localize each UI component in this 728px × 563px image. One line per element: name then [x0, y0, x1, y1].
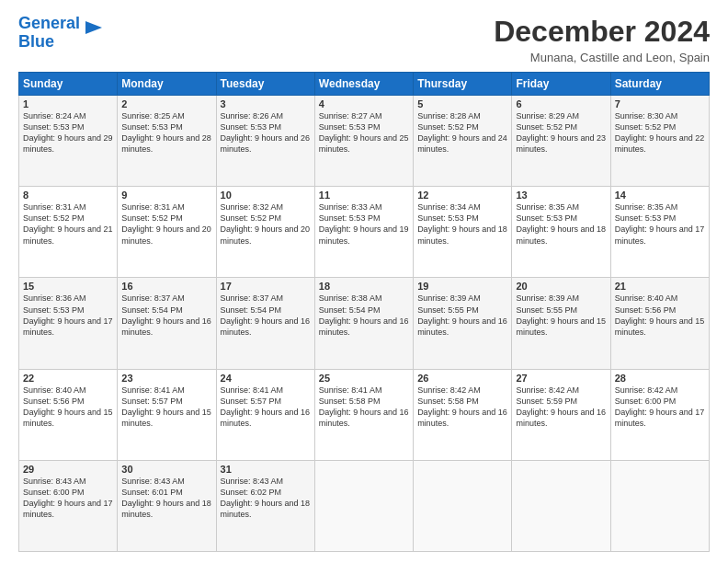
- cell-info: Sunrise: 8:39 AMSunset: 5:55 PMDaylight:…: [516, 293, 606, 336]
- table-row: 29Sunrise: 8:43 AMSunset: 6:00 PMDayligh…: [19, 460, 710, 551]
- table-cell: 10Sunrise: 8:32 AMSunset: 5:52 PMDayligh…: [216, 187, 314, 278]
- table-cell: 7Sunrise: 8:30 AMSunset: 5:52 PMDaylight…: [610, 96, 709, 187]
- day-number: 27: [516, 373, 606, 384]
- cell-info: Sunrise: 8:25 AMSunset: 5:53 PMDaylight:…: [121, 111, 211, 154]
- day-number: 13: [516, 190, 606, 201]
- day-number: 26: [417, 373, 507, 384]
- cell-info: Sunrise: 8:40 AMSunset: 5:56 PMDaylight:…: [615, 293, 705, 336]
- day-number: 29: [23, 464, 113, 475]
- table-cell: 25Sunrise: 8:41 AMSunset: 5:58 PMDayligh…: [314, 369, 413, 460]
- calendar-table: Sunday Monday Tuesday Wednesday Thursday…: [18, 72, 710, 552]
- day-number: 31: [221, 464, 311, 475]
- table-cell: 3Sunrise: 8:26 AMSunset: 5:53 PMDaylight…: [216, 96, 314, 187]
- day-number: 7: [615, 98, 705, 109]
- day-number: 19: [417, 281, 507, 292]
- day-number: 28: [615, 373, 705, 384]
- table-cell: 23Sunrise: 8:41 AMSunset: 5:57 PMDayligh…: [118, 369, 216, 460]
- table-cell: 13Sunrise: 8:35 AMSunset: 5:53 PMDayligh…: [512, 187, 610, 278]
- day-number: 24: [221, 373, 311, 384]
- day-number: 21: [615, 281, 705, 292]
- cell-info: Sunrise: 8:24 AMSunset: 5:53 PMDaylight:…: [23, 111, 113, 154]
- day-number: 23: [121, 373, 211, 384]
- table-cell: 29Sunrise: 8:43 AMSunset: 6:00 PMDayligh…: [19, 460, 118, 551]
- table-cell: 8Sunrise: 8:31 AMSunset: 5:52 PMDaylight…: [19, 187, 118, 278]
- day-number: 4: [319, 98, 409, 109]
- cell-info: Sunrise: 8:39 AMSunset: 5:55 PMDaylight:…: [417, 293, 507, 336]
- table-row: 15Sunrise: 8:36 AMSunset: 5:53 PMDayligh…: [19, 278, 710, 369]
- table-row: 1Sunrise: 8:24 AMSunset: 5:53 PMDaylight…: [19, 96, 710, 187]
- logo: General Blue: [18, 15, 104, 52]
- table-cell: 12Sunrise: 8:34 AMSunset: 5:53 PMDayligh…: [414, 187, 512, 278]
- day-number: 30: [121, 464, 211, 475]
- location: Munana, Castille and Leon, Spain: [494, 51, 710, 64]
- table-cell: 26Sunrise: 8:42 AMSunset: 5:58 PMDayligh…: [414, 369, 512, 460]
- svg-marker-0: [85, 21, 102, 34]
- day-number: 20: [516, 281, 606, 292]
- cell-info: Sunrise: 8:41 AMSunset: 5:58 PMDaylight:…: [319, 385, 409, 428]
- title-block: December 2024 Munana, Castille and Leon,…: [494, 15, 710, 64]
- calendar-header-row: Sunday Monday Tuesday Wednesday Thursday…: [19, 73, 710, 96]
- table-cell: 4Sunrise: 8:27 AMSunset: 5:53 PMDaylight…: [314, 96, 413, 187]
- header-monday: Monday: [118, 73, 216, 96]
- table-cell: 6Sunrise: 8:29 AMSunset: 5:52 PMDaylight…: [512, 96, 610, 187]
- logo-general: General: [18, 14, 80, 32]
- table-cell: 27Sunrise: 8:42 AMSunset: 5:59 PMDayligh…: [512, 369, 610, 460]
- header-sunday: Sunday: [19, 73, 118, 96]
- table-cell: 14Sunrise: 8:35 AMSunset: 5:53 PMDayligh…: [610, 187, 709, 278]
- day-number: 22: [23, 373, 113, 384]
- cell-info: Sunrise: 8:35 AMSunset: 5:53 PMDaylight:…: [516, 202, 606, 245]
- day-number: 11: [319, 190, 409, 201]
- day-number: 3: [221, 98, 311, 109]
- cell-info: Sunrise: 8:41 AMSunset: 5:57 PMDaylight:…: [121, 385, 211, 428]
- table-cell: [512, 460, 610, 551]
- cell-info: Sunrise: 8:42 AMSunset: 6:00 PMDaylight:…: [615, 385, 705, 428]
- table-cell: 5Sunrise: 8:28 AMSunset: 5:52 PMDaylight…: [414, 96, 512, 187]
- table-row: 8Sunrise: 8:31 AMSunset: 5:52 PMDaylight…: [19, 187, 710, 278]
- cell-info: Sunrise: 8:35 AMSunset: 5:53 PMDaylight:…: [615, 202, 705, 245]
- logo-blue: Blue: [18, 32, 54, 51]
- day-number: 8: [23, 190, 113, 201]
- cell-info: Sunrise: 8:34 AMSunset: 5:53 PMDaylight:…: [417, 202, 507, 245]
- table-cell: 17Sunrise: 8:37 AMSunset: 5:54 PMDayligh…: [216, 278, 314, 369]
- table-cell: 2Sunrise: 8:25 AMSunset: 5:53 PMDaylight…: [118, 96, 216, 187]
- day-number: 17: [221, 281, 311, 292]
- cell-info: Sunrise: 8:28 AMSunset: 5:52 PMDaylight:…: [417, 111, 507, 154]
- cell-info: Sunrise: 8:43 AMSunset: 6:01 PMDaylight:…: [121, 477, 211, 519]
- cell-info: Sunrise: 8:30 AMSunset: 5:52 PMDaylight:…: [615, 111, 705, 154]
- header-friday: Friday: [512, 73, 610, 96]
- cell-info: Sunrise: 8:32 AMSunset: 5:52 PMDaylight:…: [221, 202, 311, 245]
- cell-info: Sunrise: 8:43 AMSunset: 6:00 PMDaylight:…: [23, 477, 113, 519]
- table-cell: 31Sunrise: 8:43 AMSunset: 6:02 PMDayligh…: [216, 460, 314, 551]
- table-cell: 30Sunrise: 8:43 AMSunset: 6:01 PMDayligh…: [118, 460, 216, 551]
- day-number: 6: [516, 98, 606, 109]
- cell-info: Sunrise: 8:40 AMSunset: 5:56 PMDaylight:…: [23, 385, 113, 428]
- table-cell: 21Sunrise: 8:40 AMSunset: 5:56 PMDayligh…: [610, 278, 709, 369]
- header-thursday: Thursday: [414, 73, 512, 96]
- cell-info: Sunrise: 8:29 AMSunset: 5:52 PMDaylight:…: [516, 111, 606, 154]
- page: General Blue December 2024 Munana, Casti…: [0, 0, 728, 563]
- header-tuesday: Tuesday: [216, 73, 314, 96]
- table-cell: 1Sunrise: 8:24 AMSunset: 5:53 PMDaylight…: [19, 96, 118, 187]
- cell-info: Sunrise: 8:42 AMSunset: 5:59 PMDaylight:…: [516, 385, 606, 428]
- day-number: 5: [417, 98, 507, 109]
- header: General Blue December 2024 Munana, Casti…: [18, 15, 710, 64]
- logo-arrow-icon: [84, 17, 104, 38]
- cell-info: Sunrise: 8:37 AMSunset: 5:54 PMDaylight:…: [221, 293, 311, 336]
- day-number: 16: [121, 281, 211, 292]
- day-number: 9: [121, 190, 211, 201]
- cell-info: Sunrise: 8:26 AMSunset: 5:53 PMDaylight:…: [221, 111, 311, 154]
- table-cell: 16Sunrise: 8:37 AMSunset: 5:54 PMDayligh…: [118, 278, 216, 369]
- day-number: 18: [319, 281, 409, 292]
- cell-info: Sunrise: 8:27 AMSunset: 5:53 PMDaylight:…: [319, 111, 409, 154]
- day-number: 2: [121, 98, 211, 109]
- cell-info: Sunrise: 8:42 AMSunset: 5:58 PMDaylight:…: [417, 385, 507, 428]
- header-saturday: Saturday: [610, 73, 709, 96]
- day-number: 15: [23, 281, 113, 292]
- month-title: December 2024: [494, 15, 710, 49]
- table-cell: 19Sunrise: 8:39 AMSunset: 5:55 PMDayligh…: [414, 278, 512, 369]
- day-number: 25: [319, 373, 409, 384]
- table-cell: [414, 460, 512, 551]
- table-cell: 15Sunrise: 8:36 AMSunset: 5:53 PMDayligh…: [19, 278, 118, 369]
- cell-info: Sunrise: 8:38 AMSunset: 5:54 PMDaylight:…: [319, 293, 409, 336]
- table-cell: 9Sunrise: 8:31 AMSunset: 5:52 PMDaylight…: [118, 187, 216, 278]
